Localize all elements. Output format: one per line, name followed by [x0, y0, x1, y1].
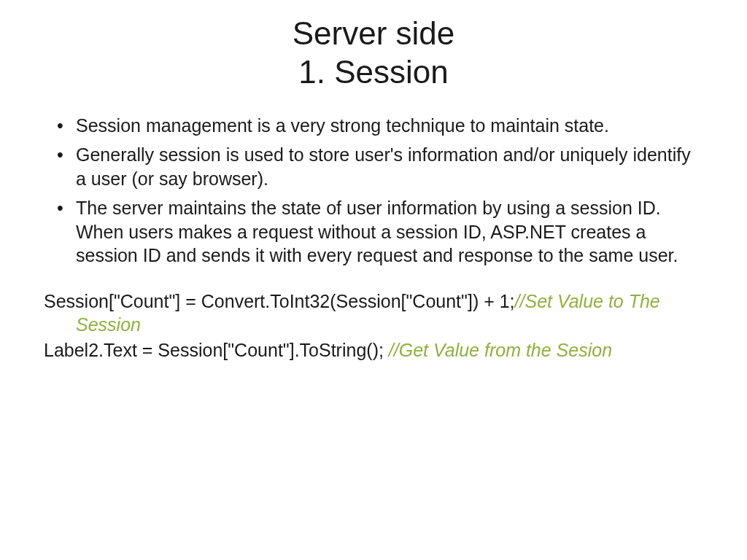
code-line-1: Session["Count"] = Convert.ToInt32(Sessi… — [76, 289, 703, 337]
bullet-item: Session management is a very strong tech… — [44, 114, 703, 138]
slide-content: Session management is a very strong tech… — [44, 114, 703, 362]
slide-title: Server side 1. Session — [44, 15, 703, 92]
title-line-2: 1. Session — [44, 53, 703, 92]
bullet-item: Generally session is used to store user'… — [44, 143, 703, 190]
code-line-2: Label2.Text = Session["Count"].ToString(… — [76, 338, 703, 362]
code-example: Session["Count"] = Convert.ToInt32(Sessi… — [44, 289, 703, 362]
code-text: Label2.Text = Session["Count"].ToString(… — [44, 340, 389, 360]
bullet-item: The server maintains the state of user i… — [44, 196, 703, 268]
code-text: Session["Count"] = Convert.ToInt32(Sessi… — [44, 291, 515, 311]
title-line-1: Server side — [44, 15, 703, 53]
code-comment: //Get Value from the Sesion — [389, 340, 612, 360]
bullet-list: Session management is a very strong tech… — [44, 114, 703, 268]
